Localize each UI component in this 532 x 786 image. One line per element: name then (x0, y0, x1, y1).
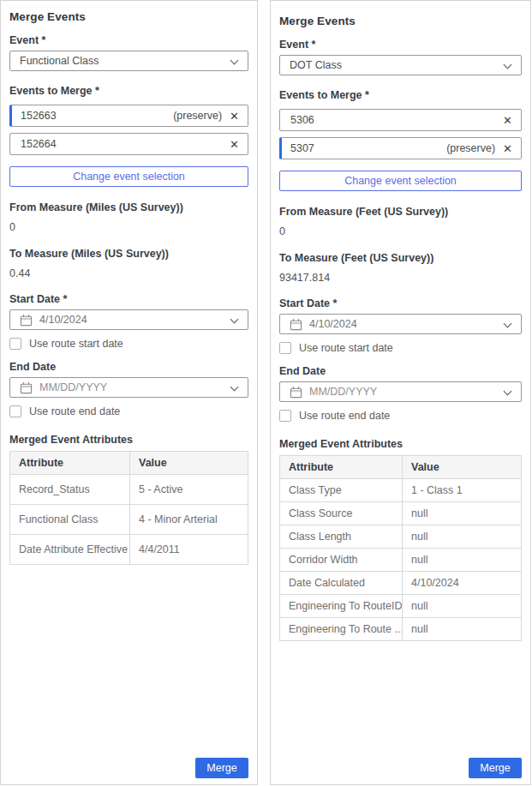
to-measure-label: To Measure (Feet (US Survey)) (279, 252, 522, 264)
table-header-row: Attribute Value (10, 452, 248, 475)
close-icon[interactable]: ✕ (230, 111, 239, 122)
value-cell: null (403, 502, 522, 525)
table-row: Functional Class 4 - Minor Arterial (10, 505, 248, 535)
end-date-label: End Date (9, 361, 248, 373)
column-header-value: Value (130, 452, 248, 475)
page-title: Merge Events (279, 15, 522, 27)
change-event-selection-button[interactable]: Change event selection (9, 166, 248, 187)
table-row: Class Source null (280, 502, 522, 525)
attribute-cell: Class Length (280, 525, 403, 549)
table-row: Corridor Width null (280, 549, 522, 572)
calendar-icon (290, 318, 302, 331)
event-select[interactable]: Functional Class (9, 51, 248, 71)
merge-events-panel-left: Merge Events Event * Functional Class Ev… (0, 0, 258, 785)
start-date-value: 4/10/2024 (39, 314, 87, 326)
value-cell: null (403, 618, 522, 641)
attribute-cell: Functional Class (10, 505, 130, 535)
value-cell: 4/10/2024 (403, 572, 522, 595)
event-select-value: Functional Class (20, 55, 99, 67)
attribute-cell: Corridor Width (280, 549, 403, 572)
calendar-icon (20, 381, 33, 394)
change-event-selection-button[interactable]: Change event selection (279, 171, 522, 191)
merged-event-attributes-title: Merged Event Attributes (279, 438, 522, 450)
value-cell: null (403, 549, 522, 572)
from-measure-label: From Measure (Feet (US Survey)) (279, 206, 522, 218)
event-id: 5306 (290, 114, 314, 126)
event-id: 152664 (21, 138, 57, 150)
use-route-start-date-checkbox[interactable]: Use route start date (9, 338, 248, 350)
checkbox-label: Use route start date (29, 338, 123, 350)
to-measure-value: 93417.814 (279, 272, 522, 284)
close-icon[interactable]: ✕ (230, 139, 239, 150)
preserve-badge: (preserve) (173, 110, 222, 122)
event-select-value: DOT Class (290, 59, 342, 71)
table-row: Class Length null (280, 525, 522, 549)
merge-button[interactable]: Merge (469, 758, 522, 778)
merge-events-panel-right: Merge Events Event * DOT Class Events to… (270, 0, 531, 785)
use-route-end-date-checkbox[interactable]: Use route end date (9, 405, 248, 417)
merged-attributes-table: Attribute Value Record_Status 5 - Active… (9, 451, 248, 565)
event-to-merge-item[interactable]: 5307 (preserve) ✕ (279, 137, 522, 159)
value-cell: null (403, 595, 522, 618)
end-date-select[interactable]: MM/DD/YYYY (279, 381, 522, 402)
table-row: Class Type 1 - Class 1 (280, 479, 522, 502)
page-title: Merge Events (9, 10, 248, 23)
panel-footer: Merge (279, 758, 522, 780)
merged-event-attributes-title: Merged Event Attributes (9, 434, 248, 446)
event-label: Event * (9, 34, 248, 46)
close-icon[interactable]: ✕ (503, 115, 512, 126)
table-row: Engineering To Route ... null (280, 618, 522, 641)
checkbox-icon[interactable] (9, 405, 21, 417)
to-measure-value: 0.44 (9, 267, 248, 279)
event-to-merge-item[interactable]: 5306 ✕ (279, 109, 522, 131)
value-cell: null (403, 525, 522, 549)
end-date-placeholder: MM/DD/YYYY (309, 386, 377, 398)
value-cell: 4 - Minor Arterial (130, 505, 248, 535)
table-row: Record_Status 5 - Active (10, 475, 248, 505)
start-date-select[interactable]: 4/10/2024 (9, 309, 248, 330)
checkbox-icon[interactable] (279, 342, 291, 354)
attribute-cell: Class Type (280, 479, 403, 502)
events-to-merge-label: Events to Merge * (279, 89, 522, 101)
from-measure-value: 0 (9, 221, 248, 233)
end-date-select[interactable]: MM/DD/YYYY (9, 377, 248, 398)
preserve-badge: (preserve) (446, 142, 495, 154)
close-icon[interactable]: ✕ (503, 143, 512, 154)
attribute-cell: Engineering To Route ... (280, 618, 403, 641)
event-select[interactable]: DOT Class (279, 55, 522, 75)
attribute-cell: Date Attribute Effective (10, 535, 130, 565)
calendar-icon (290, 386, 302, 399)
event-to-merge-item[interactable]: 152663 (preserve) ✕ (9, 105, 248, 127)
checkbox-icon[interactable] (279, 410, 291, 422)
from-measure-value: 0 (279, 225, 522, 237)
chevron-down-icon (230, 57, 239, 65)
table-row: Date Calculated 4/10/2024 (280, 572, 522, 595)
checkbox-label: Use route end date (299, 410, 390, 422)
value-cell: 1 - Class 1 (403, 479, 522, 502)
checkbox-label: Use route end date (29, 405, 120, 417)
calendar-icon (20, 314, 33, 327)
chevron-down-icon (504, 320, 512, 328)
merge-button[interactable]: Merge (195, 758, 248, 778)
value-cell: 5 - Active (130, 475, 248, 505)
from-measure-label: From Measure (Miles (US Survey)) (9, 201, 248, 213)
event-id: 152663 (21, 110, 57, 122)
value-cell: 4/4/2011 (130, 535, 248, 565)
start-date-label: Start Date * (9, 293, 248, 305)
event-to-merge-item[interactable]: 152664 ✕ (9, 133, 248, 155)
start-date-label: Start Date * (279, 297, 522, 309)
checkbox-label: Use route start date (299, 342, 393, 354)
attribute-cell: Class Source (280, 502, 403, 525)
column-header-attribute: Attribute (10, 452, 130, 475)
table-header-row: Attribute Value (280, 456, 522, 479)
checkbox-icon[interactable] (9, 338, 21, 350)
events-to-merge-label: Events to Merge * (9, 85, 248, 97)
chevron-down-icon (230, 383, 239, 392)
attribute-cell: Engineering To RouteID (280, 595, 403, 618)
attribute-cell: Date Calculated (280, 572, 403, 595)
use-route-end-date-checkbox[interactable]: Use route end date (279, 410, 522, 422)
use-route-start-date-checkbox[interactable]: Use route start date (279, 342, 522, 354)
chevron-down-icon (504, 61, 512, 69)
chevron-down-icon (230, 315, 239, 324)
start-date-select[interactable]: 4/10/2024 (279, 314, 522, 334)
